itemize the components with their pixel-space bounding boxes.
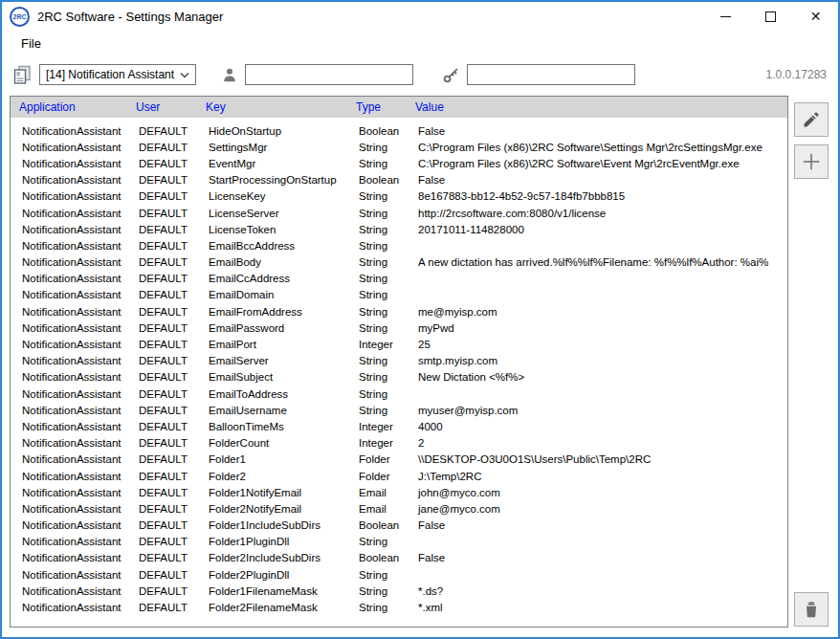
cell-type: Boolean <box>347 552 407 563</box>
cell-application: NotificationAssistant <box>11 421 127 432</box>
table-row[interactable]: NotificationAssistant DEFAULT EmailServe… <box>11 353 787 369</box>
menu-item-file[interactable]: File <box>17 34 45 53</box>
cell-value: C:\Program Files (x86)\2RC Software\Even… <box>407 158 787 169</box>
cell-value: myPwd <box>407 322 787 334</box>
maximize-icon <box>765 11 776 22</box>
cell-user: DEFAULT <box>127 405 197 416</box>
table-row[interactable]: NotificationAssistant DEFAULT EmailPassw… <box>11 320 787 336</box>
cell-value: \\DESKTOP-O3U0O1S\Users\Public\Temp\2RC <box>407 453 787 465</box>
table-row[interactable]: NotificationAssistant DEFAULT StartProce… <box>11 172 787 188</box>
table-row[interactable]: NotificationAssistant DEFAULT EventMgr S… <box>11 155 787 171</box>
table-row[interactable]: NotificationAssistant DEFAULT EmailToAdd… <box>11 386 787 402</box>
table-row[interactable]: NotificationAssistant DEFAULT BalloonTim… <box>11 418 787 434</box>
cell-type: String <box>347 569 407 581</box>
table-row[interactable]: NotificationAssistant DEFAULT Folder2Inc… <box>11 550 787 566</box>
column-header-type[interactable]: Type <box>347 100 407 114</box>
key-filter-input[interactable] <box>467 64 635 85</box>
cell-type: Email <box>347 503 407 515</box>
grid-body: NotificationAssistant DEFAULT HideOnStar… <box>11 122 787 616</box>
cell-value: me@myisp.com <box>407 306 787 318</box>
minimize-button[interactable] <box>703 2 748 31</box>
menu-bar: File <box>2 31 838 55</box>
table-row[interactable]: NotificationAssistant DEFAULT EmailFromA… <box>11 303 787 320</box>
cell-key: EmailBccAddress <box>197 240 347 252</box>
column-header-user[interactable]: User <box>127 100 197 114</box>
cell-user: DEFAULT <box>127 289 197 300</box>
cell-application: NotificationAssistant <box>11 240 127 252</box>
cell-value: C:\Program Files (x86)\2RC Software\Sett… <box>407 142 787 153</box>
table-row[interactable]: NotificationAssistant DEFAULT FolderCoun… <box>11 435 787 452</box>
cell-type: String <box>347 142 407 153</box>
table-row[interactable]: NotificationAssistant DEFAULT EmailBody … <box>11 254 787 271</box>
cell-user: DEFAULT <box>127 208 197 219</box>
cell-value: False <box>407 552 787 563</box>
cell-key: EmailToAddress <box>197 388 347 400</box>
table-row[interactable]: NotificationAssistant DEFAULT Folder1Not… <box>11 484 787 500</box>
cell-user: DEFAULT <box>127 602 197 613</box>
cell-type: Email <box>347 487 407 498</box>
table-row[interactable]: NotificationAssistant DEFAULT Folder2Fil… <box>11 599 787 615</box>
cell-key: EmailPassword <box>197 322 347 334</box>
cell-type: Boolean <box>347 174 407 186</box>
table-row[interactable]: NotificationAssistant DEFAULT Folder2Plu… <box>11 566 787 583</box>
user-filter-input[interactable] <box>245 64 413 85</box>
column-header-value[interactable]: Value <box>407 100 787 114</box>
window-controls: ✕ <box>703 2 838 31</box>
cell-user: DEFAULT <box>127 256 197 268</box>
table-row[interactable]: NotificationAssistant DEFAULT SettingsMg… <box>11 139 787 155</box>
column-header-key[interactable]: Key <box>197 100 347 114</box>
edit-setting-button[interactable] <box>794 102 829 137</box>
table-row[interactable]: NotificationAssistant DEFAULT EmailPort … <box>11 336 787 352</box>
table-row[interactable]: NotificationAssistant DEFAULT EmailBccAd… <box>11 237 787 253</box>
table-row[interactable]: NotificationAssistant DEFAULT Folder1Plu… <box>11 534 787 550</box>
cell-key: EmailPort <box>197 339 347 350</box>
table-row[interactable]: NotificationAssistant DEFAULT Folder1Fil… <box>11 583 787 599</box>
cell-value: smtp.myisp.com <box>407 355 787 366</box>
cell-user: DEFAULT <box>127 339 197 350</box>
cell-application: NotificationAssistant <box>11 322 127 334</box>
table-row[interactable]: NotificationAssistant DEFAULT Folder1 Fo… <box>11 452 787 468</box>
application-select[interactable]: [14] Notification Assistant <box>39 64 196 85</box>
cell-application: NotificationAssistant <box>11 174 127 186</box>
close-button[interactable]: ✕ <box>793 2 838 31</box>
cell-key: Folder1IncludeSubDirs <box>197 519 347 531</box>
cell-user: DEFAULT <box>127 273 197 284</box>
table-row[interactable]: NotificationAssistant DEFAULT EmailUsern… <box>11 402 787 418</box>
cell-type: String <box>347 224 407 235</box>
cell-value: *.ds? <box>407 585 787 597</box>
cell-application: NotificationAssistant <box>11 405 127 416</box>
cell-key: Folder2NotifyEmail <box>197 503 347 515</box>
cell-type: String <box>347 190 407 202</box>
table-row[interactable]: NotificationAssistant DEFAULT LicenseTok… <box>11 221 787 237</box>
cell-application: NotificationAssistant <box>11 125 127 137</box>
maximize-button[interactable] <box>748 2 793 31</box>
version-label: 1.0.0.17283 <box>766 68 829 81</box>
table-row[interactable]: NotificationAssistant DEFAULT EmailCcAdd… <box>11 271 787 287</box>
table-row[interactable]: NotificationAssistant DEFAULT EmailSubje… <box>11 369 787 386</box>
applications-icon <box>11 64 33 85</box>
cell-type: Integer <box>347 421 407 432</box>
cell-application: NotificationAssistant <box>11 602 127 613</box>
table-row[interactable]: NotificationAssistant DEFAULT Folder2 Fo… <box>11 468 787 484</box>
cell-type: String <box>347 355 407 366</box>
settings-grid: Application User Key Type Value Notifica… <box>10 96 788 628</box>
cell-application: NotificationAssistant <box>11 190 127 202</box>
cell-user: DEFAULT <box>127 536 197 547</box>
cell-key: Folder1NotifyEmail <box>197 487 347 498</box>
cell-value: 8e167883-bb12-4b52-9c57-184fb7bbb815 <box>407 190 787 202</box>
table-row[interactable]: NotificationAssistant DEFAULT LicenseKey… <box>11 188 787 205</box>
delete-setting-button[interactable] <box>794 592 829 627</box>
cell-type: String <box>347 405 407 416</box>
table-row[interactable]: NotificationAssistant DEFAULT Folder1Inc… <box>11 518 787 534</box>
table-row[interactable]: NotificationAssistant DEFAULT LicenseSer… <box>11 205 787 221</box>
add-setting-button[interactable] <box>794 144 829 179</box>
cell-application: NotificationAssistant <box>11 256 127 268</box>
cell-application: NotificationAssistant <box>11 471 127 482</box>
cell-application: NotificationAssistant <box>11 208 127 219</box>
table-row[interactable]: NotificationAssistant DEFAULT EmailDomai… <box>11 287 787 303</box>
table-row[interactable]: NotificationAssistant DEFAULT HideOnStar… <box>11 122 787 139</box>
cell-type: String <box>347 322 407 334</box>
table-row[interactable]: NotificationAssistant DEFAULT Folder2Not… <box>11 500 787 517</box>
column-header-application[interactable]: Application <box>11 100 127 114</box>
cell-value: 20171011-114828000 <box>407 224 787 235</box>
